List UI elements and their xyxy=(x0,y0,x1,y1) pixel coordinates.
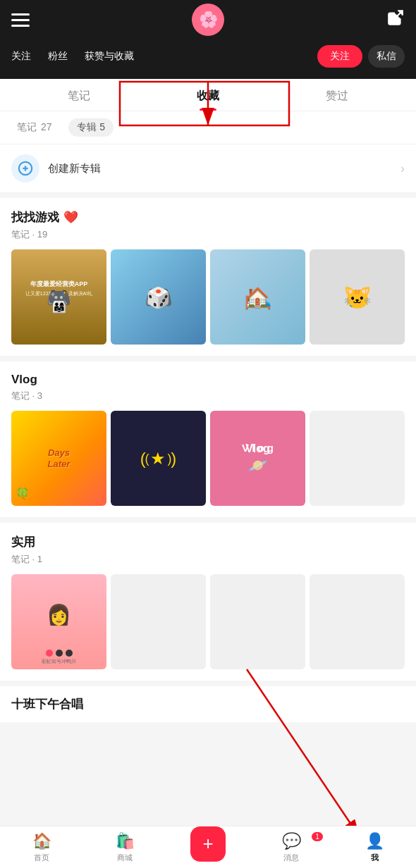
fans-stat[interactable]: 粉丝 xyxy=(48,50,68,63)
vlog-image-4 xyxy=(310,411,405,506)
main-tabs: 笔记 收藏 赞过 xyxy=(0,79,416,111)
shop-icon: 🛍️ xyxy=(116,832,135,850)
follow-stat[interactable]: 关注 xyxy=(11,50,31,63)
tab-notes[interactable]: 笔记 xyxy=(14,79,143,111)
practical-image-1[interactable]: 👩 彩虹街号冲鸭川 xyxy=(11,574,106,669)
nav-me[interactable]: 👤 我 xyxy=(333,832,416,863)
content-area: 创建新专辑 › 找找游戏❤️ 笔记 · 19 年度最爱经营类APP 让又爱122… xyxy=(0,144,416,784)
bottom-nav: 🏠 首页 🛍️ 商城 + 💬 消息 1 👤 我 xyxy=(0,826,416,868)
practical-image-4 xyxy=(310,574,405,669)
game-image-2[interactable]: 🎮 xyxy=(111,249,206,345)
menu-button[interactable] xyxy=(11,13,30,27)
game-image-1[interactable]: 年度最爱经营类APP 让又爱122款经理比及解决AI礼 👨‍👩‍👧 xyxy=(11,249,106,345)
sub-tab-albums[interactable]: 专辑 5 xyxy=(68,118,114,137)
section-practical-count: 笔记 · 1 xyxy=(11,553,405,566)
nav-shop-label: 商城 xyxy=(117,852,133,863)
section-vlog-title[interactable]: Vlog xyxy=(11,373,405,387)
nav-add[interactable]: + xyxy=(166,833,250,862)
section-game-title[interactable]: 找找游戏❤️ xyxy=(11,209,405,225)
messages-icon: 💬 xyxy=(282,832,301,850)
likes-stat[interactable]: 获赞与收藏 xyxy=(85,50,134,63)
stats-row: 关注 粉丝 获赞与收藏 关注 私信 xyxy=(0,39,416,79)
nav-home[interactable]: 🏠 首页 xyxy=(0,832,83,863)
avatar[interactable]: 🌸 xyxy=(192,4,224,36)
tab-collections[interactable]: 收藏 xyxy=(143,79,272,111)
sub-tab-notes[interactable]: 笔记 27 xyxy=(11,118,57,137)
nav-messages-label: 消息 xyxy=(283,852,299,863)
section-practical: 实用 笔记 · 1 👩 彩虹街号冲鸭川 xyxy=(0,523,416,681)
nav-me-label: 我 xyxy=(371,852,379,863)
messages-badge: 1 xyxy=(312,832,323,841)
days-later-text: DaysLater xyxy=(48,447,71,469)
add-button[interactable]: + xyxy=(190,826,226,862)
practical-image-3 xyxy=(210,574,305,669)
sub-tabs: 笔记 27 专辑 5 xyxy=(0,111,416,144)
create-album-icon xyxy=(11,154,39,182)
game-image-3[interactable]: 🛏️ xyxy=(210,249,305,345)
section-vlog-count: 笔记 · 3 xyxy=(11,390,405,402)
action-buttons: 关注 私信 xyxy=(317,45,405,68)
section-vlog-images: DaysLater 🍀 ( ★ ) V l o g 🪐 xyxy=(11,411,405,506)
section-practical-title[interactable]: 实用 xyxy=(11,534,405,550)
add-icon: + xyxy=(202,833,213,855)
create-album-arrow-icon: › xyxy=(400,161,405,176)
tab-liked[interactable]: 赞过 xyxy=(273,79,402,111)
header: 🌸 xyxy=(0,0,416,39)
game-image-4[interactable]: 😿 xyxy=(310,249,405,345)
section-game-count: 笔记 · 19 xyxy=(11,228,405,241)
section-vlog: Vlog 笔记 · 3 DaysLater 🍀 ( ★ ) V l o g 🪐 xyxy=(0,361,416,517)
create-album-button[interactable]: 创建新专辑 › xyxy=(0,144,416,192)
section-game: 找找游戏❤️ 笔记 · 19 年度最爱经营类APP 让又爱122款经理比及解决A… xyxy=(0,198,416,356)
nav-home-label: 首页 xyxy=(34,852,49,863)
create-album-label: 创建新专辑 xyxy=(48,162,400,175)
vlog-image-3[interactable]: V l o g 🪐 xyxy=(210,411,305,506)
vlog-image-2[interactable]: ( ★ ) xyxy=(111,411,206,506)
message-button[interactable]: 私信 xyxy=(368,45,405,68)
vlog-image-1[interactable]: DaysLater 🍀 xyxy=(11,411,106,506)
practical-image-2 xyxy=(111,574,206,669)
section-chorus: 十班下午合唱 xyxy=(0,686,416,722)
nav-shop[interactable]: 🛍️ 商城 xyxy=(83,832,166,863)
nav-messages[interactable]: 💬 消息 1 xyxy=(250,832,333,863)
section-chorus-title[interactable]: 十班下午合唱 xyxy=(11,696,405,712)
share-icon[interactable] xyxy=(386,8,405,31)
section-game-images: 年度最爱经营类APP 让又爱122款经理比及解决AI礼 👨‍👩‍👧 🎮 🛏️ 😿 xyxy=(11,249,405,345)
home-icon: 🏠 xyxy=(32,832,51,850)
follow-button[interactable]: 关注 xyxy=(317,45,362,68)
me-icon: 👤 xyxy=(365,832,384,850)
section-practical-images: 👩 彩虹街号冲鸭川 xyxy=(11,574,405,669)
